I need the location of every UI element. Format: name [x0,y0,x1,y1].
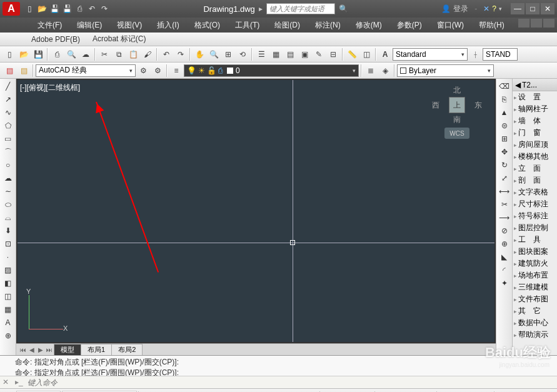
calc-icon[interactable]: ⊟ [326,48,340,61]
menu-acrobat[interactable]: Acrobat 标记(C) [93,34,146,44]
viewcube-top[interactable]: 上 [449,97,465,113]
save-icon[interactable]: 💾 [49,3,60,14]
polygon-icon[interactable]: ⬠ [1,119,15,132]
panel-item-9[interactable]: 尺寸标注 [513,198,557,210]
viewcube-south[interactable]: 南 [432,114,482,125]
qview-layouts-icon[interactable]: ▣ [347,390,359,393]
rectangle-icon[interactable]: ▭ [1,133,15,145]
offset-icon[interactable]: ⊜ [498,119,511,132]
grid-icon[interactable]: ▦ [154,390,167,393]
viewcube-west[interactable]: 西 [432,100,439,111]
join-icon[interactable]: ⊕ [498,238,511,250]
preview-icon[interactable]: 🔍 [64,48,78,61]
open-file-icon[interactable]: 📂 [17,48,31,61]
redo-icon[interactable]: ↷ [99,3,110,14]
region-icon[interactable]: ◫ [1,290,15,303]
dim-style-icon[interactable]: ⟊ [468,48,482,61]
pdf-icon[interactable]: ▤ [3,64,16,78]
toolbar-lock-icon[interactable]: 🔒 [453,390,465,393]
publish-icon[interactable]: ☁ [79,48,93,61]
viewcube-east[interactable]: 东 [474,100,482,111]
menu-file[interactable]: 文件(F) [31,19,68,32]
close-cmd-icon[interactable]: ✕ [3,378,13,388]
menu-help[interactable]: 帮助(H) [473,19,511,32]
viewcube-north[interactable]: 北 [432,85,482,96]
menu-parametric[interactable]: 参数(P) [391,19,428,32]
ellipse-arc-icon[interactable]: ⌓ [1,211,15,224]
circle-icon[interactable]: ○ [1,159,15,171]
text-style-icon[interactable]: A [378,48,392,61]
markup-icon[interactable]: ✎ [312,48,326,61]
panel-item-5[interactable]: 楼梯其他 [513,151,557,163]
erase-icon[interactable]: ⌫ [498,80,511,93]
mdi-close[interactable] [543,19,554,28]
layer-iso-icon[interactable]: ◈ [378,64,392,78]
zoom-window-icon[interactable]: ⊞ [221,48,235,61]
binoculars-icon[interactable]: 🔍 [339,4,348,13]
snap-icon[interactable]: ⊞ [141,390,153,393]
panel-item-14[interactable]: 建筑防火 [513,258,557,269]
command-history[interactable]: 命令: 指定对角点或 [栏选(F)/圈围(WP)/圈交(CP)]: 命令: 指定… [0,356,557,376]
user-icon[interactable]: 👤 [441,4,451,13]
ortho-icon[interactable]: ∟ [168,390,181,393]
panel-header[interactable]: ◀ T2... [513,79,557,91]
panel-item-7[interactable]: 剖 面 [513,174,557,186]
model-space-button[interactable]: 模型 [322,390,346,393]
copy-icon[interactable]: ⧉ [112,48,126,61]
workspace-settings-icon[interactable]: ⚙ [136,64,150,78]
fillet-icon[interactable]: ◜ [498,264,511,276]
viewcube[interactable]: 北 西 上 东 南 WCS [432,85,482,139]
sc-icon[interactable]: ◫ [306,390,318,393]
tab-last-icon[interactable]: ⏭ [45,345,54,354]
explode-icon[interactable]: ✦ [498,277,511,289]
addsel-icon[interactable]: ⊕ [1,329,15,342]
array-icon[interactable]: ⊞ [498,133,511,145]
tab-layout2[interactable]: 布局2 [111,344,143,355]
saveas-icon[interactable]: 💾 [61,3,73,14]
anno-scale-icon[interactable]: 👤 [377,390,389,393]
panel-item-11[interactable]: 图层控制 [513,222,557,234]
open-icon[interactable]: 📂 [36,3,48,14]
menu-modify[interactable]: 修改(M) [349,19,388,32]
workspace-combo[interactable]: AutoCAD 经典▾ [36,64,136,77]
block-icon[interactable]: ◫ [359,48,373,61]
new-file-icon[interactable]: ▯ [3,48,16,61]
new-icon[interactable]: ▯ [24,3,35,14]
panel-item-2[interactable]: 墙 体 [513,115,557,127]
anno-vis-icon[interactable]: 👤 [409,390,421,393]
sheet-set-icon[interactable]: ▣ [298,48,311,61]
menu-adobe-pdf[interactable]: Adobe PDF(B) [31,35,80,44]
panel-item-17[interactable]: 文件布图 [513,293,557,305]
dimstyle-combo[interactable]: STAND [483,48,518,61]
anno-scale-field[interactable]: 1:1 [391,390,408,393]
maximize-button[interactable]: □ [526,3,539,14]
move-icon[interactable]: ✥ [498,146,511,158]
command-input[interactable] [28,378,554,387]
mdi-minimize[interactable] [518,19,529,28]
tpy-icon[interactable]: ▤ [278,390,291,393]
block-icon[interactable]: ⊡ [1,238,15,250]
3dosnap-icon[interactable]: ◫ [209,390,222,393]
panel-item-1[interactable]: 轴网柱子 [513,103,557,115]
paste-icon[interactable]: 📋 [126,48,140,61]
revcloud-icon[interactable]: ☁ [1,172,15,184]
clean-screen-icon[interactable]: ▢ [496,390,509,393]
app-logo[interactable]: A [3,2,20,16]
menu-draw[interactable]: 绘图(D) [268,19,306,32]
plot-icon[interactable]: ⎙ [74,3,85,14]
pan-icon[interactable]: ✋ [193,48,206,61]
zoom-icon[interactable]: 🔍 [207,48,221,61]
undo-icon[interactable]: ↶ [159,48,173,61]
lwt-icon[interactable]: ≡ [264,390,277,393]
rotate-icon[interactable]: ↻ [498,159,511,171]
ellipse-icon[interactable]: ⬭ [1,198,15,211]
panel-item-8[interactable]: 文字表格 [513,186,557,198]
drawing-canvas[interactable]: [-][俯视][二维线框] Y X 北 西 上 东 南 WCS [16,79,496,343]
menu-view[interactable]: 视图(V) [111,19,148,32]
help-icon[interactable]: ? [492,4,496,13]
osnap-icon[interactable]: □ [196,390,208,393]
panel-item-0[interactable]: 设 置 [513,91,557,103]
match-icon[interactable]: 🖌 [141,48,154,61]
isolate-icon[interactable]: ◉ [480,390,493,393]
anno-auto-icon[interactable]: ⟳ [423,390,435,393]
